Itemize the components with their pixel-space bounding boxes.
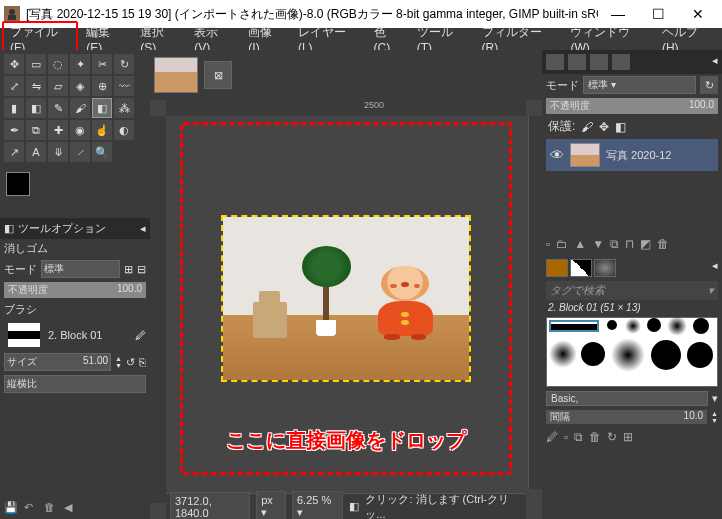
layer-visibility-icon[interactable]: 👁 bbox=[550, 147, 564, 163]
refresh-brush-icon[interactable]: ↻ bbox=[607, 430, 617, 444]
ratio-field[interactable]: 縦横比 bbox=[4, 375, 146, 393]
new-layer-icon[interactable]: ▫ bbox=[546, 237, 550, 251]
layer-name[interactable]: 写真 2020-12 bbox=[606, 148, 671, 163]
tab-undo-icon[interactable] bbox=[612, 54, 630, 70]
layer-group-icon[interactable]: 🗀 bbox=[556, 237, 568, 251]
tool-heal-icon[interactable]: ✚ bbox=[48, 120, 68, 140]
tool-rect-select-icon[interactable]: ▭ bbox=[26, 54, 46, 74]
tab-paths-icon[interactable] bbox=[590, 54, 608, 70]
tool-eraser-icon[interactable]: ◧ bbox=[92, 98, 112, 118]
mask-layer-icon[interactable]: ◩ bbox=[640, 237, 651, 251]
tool-fuzzy-select-icon[interactable]: ✦ bbox=[70, 54, 90, 74]
image-tab-close-icon[interactable]: ⊠ bbox=[204, 61, 232, 89]
tool-airbrush-icon[interactable]: ⁂ bbox=[114, 98, 134, 118]
spacing-down-icon[interactable]: ▼ bbox=[711, 417, 718, 424]
size-up-icon[interactable]: ▲ bbox=[115, 355, 122, 362]
brush-preview[interactable] bbox=[8, 323, 40, 347]
edit-brush-icon[interactable]: 🖉 bbox=[546, 430, 558, 444]
brush-item[interactable] bbox=[667, 316, 687, 336]
tool-dodge-icon[interactable]: ◐ bbox=[114, 120, 134, 140]
brush-item[interactable] bbox=[549, 340, 577, 368]
delete-layer-icon[interactable]: 🗑 bbox=[657, 237, 669, 251]
brush-preset-select[interactable]: Basic, bbox=[546, 391, 708, 406]
spacing-up-icon[interactable]: ▲ bbox=[711, 410, 718, 417]
size-link-icon[interactable]: ⎘ bbox=[139, 356, 146, 368]
brush-item[interactable] bbox=[611, 338, 645, 372]
mode-extra-icon[interactable]: ⊞ bbox=[124, 263, 133, 276]
tool-bucket-icon[interactable]: ▮ bbox=[4, 98, 24, 118]
size-down-icon[interactable]: ▼ bbox=[115, 362, 122, 369]
canvas[interactable]: ここに直接画像をドロップ bbox=[166, 116, 526, 489]
merge-layer-icon[interactable]: ⊓ bbox=[625, 237, 634, 251]
tool-clone-icon[interactable]: ⧉ bbox=[26, 120, 46, 140]
tool-smudge-icon[interactable]: ☝ bbox=[92, 120, 112, 140]
save-preset-icon[interactable]: 💾 bbox=[4, 501, 18, 515]
mode-reset-icon[interactable]: ↻ bbox=[700, 76, 718, 94]
new-brush-icon[interactable]: ▫ bbox=[564, 430, 568, 444]
tab-channels-icon[interactable] bbox=[568, 54, 586, 70]
brush-edit-icon[interactable]: 🖉 bbox=[135, 329, 146, 341]
tool-zoom-icon[interactable]: 🔍 bbox=[92, 142, 112, 162]
tool-text-icon[interactable]: A bbox=[26, 142, 46, 162]
brush-item[interactable] bbox=[581, 342, 605, 366]
tool-flip-icon[interactable]: ⇋ bbox=[26, 76, 46, 96]
brush-item[interactable] bbox=[687, 342, 713, 368]
restore-icon[interactable]: ↶ bbox=[24, 501, 38, 515]
tool-measure-icon[interactable]: ⟋ bbox=[70, 142, 90, 162]
horizontal-ruler[interactable]: 2500 bbox=[166, 100, 526, 116]
brush-item-selected[interactable] bbox=[549, 320, 599, 332]
layer-opacity-slider[interactable]: 不透明度 100.0 bbox=[546, 98, 718, 114]
tool-ink-icon[interactable]: ✒ bbox=[4, 120, 24, 140]
tool-rotate-icon[interactable]: ↻ bbox=[114, 54, 134, 74]
tool-options-tab[interactable]: ◧ ツールオプション ◂ bbox=[0, 218, 150, 239]
layer-down-icon[interactable]: ▼ bbox=[592, 237, 604, 251]
tool-perspective-icon[interactable]: ▱ bbox=[48, 76, 68, 96]
tool-handle-icon[interactable]: ⊕ bbox=[92, 76, 112, 96]
tool-path-icon[interactable]: ↗ bbox=[4, 142, 24, 162]
delete-icon[interactable]: 🗑 bbox=[44, 501, 58, 515]
tool-gradient-icon[interactable]: ◧ bbox=[26, 98, 46, 118]
lock-position-icon[interactable]: ✥ bbox=[599, 120, 609, 134]
delete-brush-icon[interactable]: 🗑 bbox=[589, 430, 601, 444]
lock-pixels-icon[interactable]: 🖌 bbox=[581, 120, 593, 134]
tab-layers-icon[interactable] bbox=[546, 54, 564, 70]
brush-item[interactable] bbox=[625, 318, 641, 334]
layer-item[interactable]: 👁 写真 2020-12 bbox=[546, 139, 718, 171]
tool-color-picker-icon[interactable]: ⤋ bbox=[48, 142, 68, 162]
dup-layer-icon[interactable]: ⧉ bbox=[610, 237, 619, 251]
tab-gradients-icon[interactable] bbox=[594, 259, 616, 277]
tool-unified-icon[interactable]: ◈ bbox=[70, 76, 90, 96]
preset-dropdown-icon[interactable]: ▾ bbox=[712, 392, 718, 405]
brush-search[interactable]: タグで検索 ▾ bbox=[546, 281, 718, 300]
brush-item[interactable] bbox=[647, 318, 661, 332]
tool-blur-icon[interactable]: ◉ bbox=[70, 120, 90, 140]
tab-menu-right-icon[interactable]: ◂ bbox=[712, 54, 718, 70]
mode-extra2-icon[interactable]: ⊟ bbox=[137, 263, 146, 276]
tab-menu-lower-icon[interactable]: ◂ bbox=[712, 259, 718, 277]
vertical-ruler[interactable] bbox=[150, 116, 166, 503]
layer-up-icon[interactable]: ▲ bbox=[574, 237, 586, 251]
tool-free-select-icon[interactable]: ◌ bbox=[48, 54, 68, 74]
lock-alpha-icon[interactable]: ◧ bbox=[615, 120, 626, 134]
brush-grid[interactable] bbox=[546, 317, 718, 387]
tab-menu-icon[interactable]: ◂ bbox=[140, 222, 146, 235]
tool-paintbrush-icon[interactable]: 🖌 bbox=[70, 98, 90, 118]
reset-icon[interactable]: ◀ bbox=[64, 501, 78, 515]
tab-patterns-icon[interactable] bbox=[570, 259, 592, 277]
open-as-image-icon[interactable]: ⊞ bbox=[623, 430, 633, 444]
dup-brush-icon[interactable]: ⧉ bbox=[574, 430, 583, 444]
brush-item[interactable] bbox=[693, 318, 709, 334]
tool-move-icon[interactable]: ✥ bbox=[4, 54, 24, 74]
opacity-value[interactable]: 100.0 bbox=[117, 283, 142, 294]
color-swatch[interactable] bbox=[0, 166, 150, 218]
brush-item[interactable] bbox=[651, 340, 681, 370]
tool-scale-icon[interactable]: ⤢ bbox=[4, 76, 24, 96]
tool-warp-icon[interactable]: 〰 bbox=[114, 76, 134, 96]
status-unit-select[interactable]: px ▾ bbox=[256, 491, 286, 519]
spacing-slider[interactable]: 間隔 10.0 bbox=[546, 410, 707, 424]
mode-select[interactable]: 標準 bbox=[41, 260, 120, 278]
tool-pencil-icon[interactable]: ✎ bbox=[48, 98, 68, 118]
size-field[interactable]: サイズ 51.00 bbox=[4, 353, 111, 371]
tool-crop-icon[interactable]: ✂ bbox=[92, 54, 112, 74]
fg-color-icon[interactable] bbox=[6, 172, 30, 196]
